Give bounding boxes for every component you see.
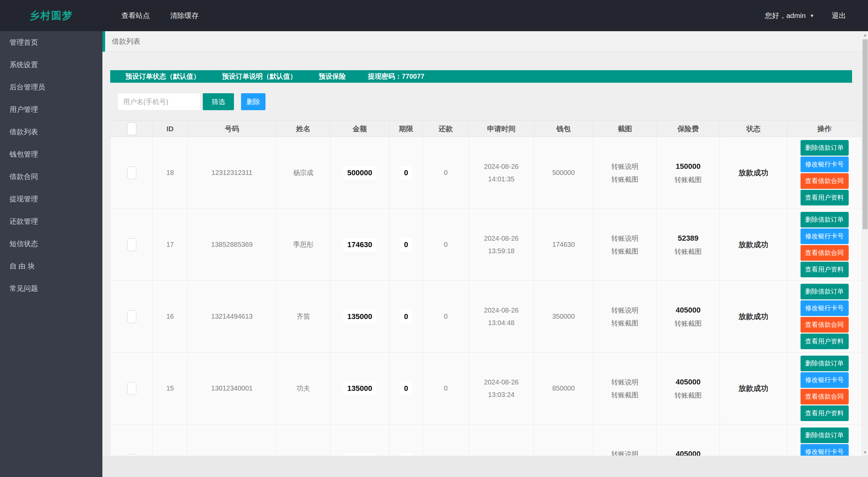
column-header-7: 钱包 [534, 121, 593, 137]
sidebar-item-loan-contract[interactable]: 借款合同 [0, 165, 102, 188]
apply-datetime: 2024-08-2613:04:48 [469, 304, 533, 329]
column-header-9: 保险费 [657, 121, 720, 137]
term-value[interactable]: 0 [400, 454, 412, 456]
transfer-note-link[interactable]: 转账说明 [594, 376, 656, 389]
term-value[interactable]: 0 [400, 166, 412, 180]
status-badge: 放款成功 [738, 384, 768, 393]
view-loan-contract-button[interactable]: 查看借款合同 [801, 389, 849, 404]
preset-insurance-link[interactable]: 预设保险 [319, 72, 346, 81]
delete-button[interactable]: 删除 [241, 93, 265, 110]
edit-bank-card-button[interactable]: 修改银行卡号 [801, 157, 849, 172]
user-menu[interactable]: 您好，admin ▼ [765, 11, 814, 20]
transfer-screenshot-link[interactable]: 转账截图 [594, 389, 656, 401]
view-user-profile-button[interactable]: 查看用户资料 [801, 190, 849, 205]
select-all-checkbox[interactable] [127, 122, 136, 135]
cell-amount: 135000 [330, 424, 390, 456]
cell-term: 0 [390, 209, 423, 281]
view-user-profile-button[interactable]: 查看用户资料 [801, 334, 849, 349]
sidebar-item-repayment-management[interactable]: 还款管理 [0, 210, 102, 233]
apply-datetime: 2024-08-13 [469, 454, 533, 456]
scroll-up-arrow-icon[interactable]: ▲ [862, 32, 868, 38]
user-greeting: 您好，admin [765, 11, 806, 20]
edit-bank-card-button[interactable]: 修改银行卡号 [801, 228, 849, 244]
logout-link[interactable]: 退出 [832, 11, 846, 20]
edit-bank-card-button[interactable]: 修改银行卡号 [801, 372, 849, 388]
sidebar-item-loan-list[interactable]: 借款列表 [0, 121, 102, 143]
cell-apply-time: 2024-08-2613:03:24 [469, 353, 534, 424]
main-area: 借款列表 预设订单状态（默认值）预设订单说明（默认值）预设保险提现密码：7700… [102, 31, 868, 477]
cell-screenshot: 转账说明转账截图 [593, 353, 657, 424]
app-logo[interactable]: 乡村圆梦 [0, 9, 102, 23]
table-header-row: ID号码姓名金额期限还款申请时间钱包截图保险费状态操作 [111, 121, 862, 137]
search-input[interactable] [117, 93, 201, 111]
insurance-value: 405000 [657, 303, 719, 317]
nav-clear-cache[interactable]: 清除缓存 [170, 11, 199, 20]
delete-loan-order-button[interactable]: 删除借款订单 [801, 212, 849, 227]
nav-view-site[interactable]: 查看站点 [121, 11, 150, 20]
transfer-screenshot-link[interactable]: 转账截图 [594, 245, 656, 258]
insurance-screenshot-link[interactable]: 转账截图 [657, 317, 719, 330]
delete-loan-order-button[interactable]: 删除借款订单 [801, 140, 849, 156]
sidebar-item-faq[interactable]: 常见问题 [0, 277, 102, 300]
transfer-note-link[interactable]: 转账说明 [594, 160, 656, 173]
cell-checkbox [111, 209, 153, 281]
search-row: 筛选 删除 [110, 93, 862, 111]
row-checkbox[interactable] [127, 454, 136, 456]
amount-value[interactable]: 135000 [343, 310, 376, 323]
sidebar-item-system-settings[interactable]: 系统设置 [0, 54, 102, 76]
delete-loan-order-button[interactable]: 删除借款订单 [801, 428, 849, 443]
term-value[interactable]: 0 [400, 382, 412, 395]
cell-term: 0 [390, 424, 423, 456]
view-user-profile-button[interactable]: 查看用户资料 [801, 405, 849, 421]
loan-table-wrap: ID号码姓名金额期限还款申请时间钱包截图保险费状态操作 181231231231… [110, 120, 862, 456]
insurance-screenshot-link[interactable]: 转账截图 [657, 173, 719, 186]
row-checkbox[interactable] [127, 238, 136, 251]
insurance-screenshot-link[interactable]: 转账截图 [657, 245, 719, 258]
apply-date: 2024-08-26 [469, 376, 533, 389]
cell-phone: 13012340001 [188, 353, 277, 424]
edit-bank-card-button[interactable]: 修改银行卡号 [801, 444, 849, 456]
preset-order-note-link[interactable]: 预设订单说明（默认值） [222, 72, 297, 81]
apply-time: 14:01:35 [469, 173, 533, 185]
amount-value[interactable]: 500000 [343, 166, 376, 180]
term-value[interactable]: 0 [400, 310, 412, 323]
view-loan-contract-button[interactable]: 查看借款合同 [801, 245, 849, 261]
amount-value[interactable]: 135000 [343, 454, 376, 456]
row-checkbox[interactable] [127, 382, 136, 395]
edit-bank-card-button[interactable]: 修改银行卡号 [801, 300, 849, 316]
sidebar-item-sms-status[interactable]: 短信状态 [0, 233, 102, 255]
cell-phone: 12312312311 [188, 137, 277, 209]
column-header-2: 姓名 [277, 121, 330, 137]
status-badge: 放款成功 [738, 168, 768, 177]
cell-apply-time: 2024-08-2614:01:35 [469, 137, 534, 209]
transfer-screenshot-link[interactable]: 转账截图 [594, 173, 656, 186]
preset-order-status-link[interactable]: 预设订单状态（默认值） [125, 72, 200, 81]
withdraw-password[interactable]: 提现密码：770077 [368, 72, 425, 81]
cell-actions: 删除借款订单修改银行卡号查看借款合同查看用户资料 [787, 424, 862, 456]
sidebar-item-user-management[interactable]: 用户管理 [0, 98, 102, 121]
transfer-note-link[interactable]: 转账说明 [594, 448, 656, 456]
row-checkbox[interactable] [127, 310, 136, 323]
delete-loan-order-button[interactable]: 删除借款订单 [801, 284, 849, 299]
view-loan-contract-button[interactable]: 查看借款合同 [801, 317, 849, 333]
transfer-note-link[interactable]: 转账说明 [594, 304, 656, 317]
view-user-profile-button[interactable]: 查看用户资料 [801, 262, 849, 277]
sidebar-item-free-block[interactable]: 自 由 块 [0, 255, 102, 277]
transfer-screenshot-link[interactable]: 转账截图 [594, 317, 656, 330]
amount-value[interactable]: 174630 [343, 238, 376, 252]
scroll-down-arrow-icon[interactable]: ▼ [862, 449, 868, 455]
delete-loan-order-button[interactable]: 删除借款订单 [801, 356, 849, 371]
transfer-note-link[interactable]: 转账说明 [594, 232, 656, 245]
sidebar-item-admin-home[interactable]: 管理首页 [0, 31, 102, 54]
sidebar-item-backend-admins[interactable]: 后台管理员 [0, 76, 102, 98]
sidebar-item-withdraw-management[interactable]: 提现管理 [0, 188, 102, 210]
view-loan-contract-button[interactable]: 查看借款合同 [801, 173, 849, 189]
filter-button[interactable]: 筛选 [203, 93, 234, 110]
term-value[interactable]: 0 [400, 238, 412, 252]
sidebar-item-wallet-management[interactable]: 钱包管理 [0, 143, 102, 165]
scrollbar-thumb[interactable] [863, 39, 868, 229]
row-checkbox[interactable] [127, 166, 136, 179]
insurance-screenshot-link[interactable]: 转账截图 [657, 389, 719, 402]
amount-value[interactable]: 135000 [343, 382, 376, 395]
apply-time: 13:59:18 [469, 245, 533, 257]
